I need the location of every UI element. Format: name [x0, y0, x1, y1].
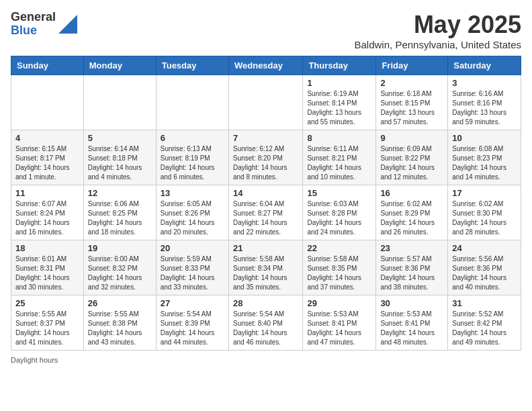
day-info: Sunrise: 5:58 AM Sunset: 8:35 PM Dayligh…: [307, 255, 371, 292]
day-info: Sunrise: 5:54 AM Sunset: 8:39 PM Dayligh…: [161, 310, 224, 347]
column-header-friday: Friday: [376, 56, 448, 75]
calendar-cell: 22Sunrise: 5:58 AM Sunset: 8:35 PM Dayli…: [303, 240, 376, 295]
day-info: Sunrise: 6:08 AM Sunset: 8:23 PM Dayligh…: [452, 144, 517, 182]
day-number: 14: [233, 188, 298, 198]
day-number: 1: [307, 78, 371, 88]
day-info: Sunrise: 6:13 AM Sunset: 8:19 PM Dayligh…: [161, 144, 224, 182]
day-info: Sunrise: 6:09 AM Sunset: 8:22 PM Dayligh…: [380, 144, 443, 182]
day-number: 17: [452, 188, 517, 198]
calendar-cell: [11, 75, 84, 130]
day-info: Sunrise: 6:02 AM Sunset: 8:29 PM Dayligh…: [380, 199, 443, 237]
day-number: 13: [161, 188, 224, 198]
calendar-header-row: SundayMondayTuesdayWednesdayThursdayFrid…: [11, 56, 521, 75]
day-number: 10: [452, 133, 517, 143]
day-number: 15: [307, 188, 371, 198]
calendar-cell: 3Sunrise: 6:16 AM Sunset: 8:16 PM Daylig…: [448, 75, 521, 130]
calendar-cell: 5Sunrise: 6:14 AM Sunset: 8:18 PM Daylig…: [83, 130, 156, 185]
calendar-cell: [156, 75, 228, 130]
day-number: 26: [88, 298, 152, 308]
day-info: Sunrise: 5:55 AM Sunset: 8:37 PM Dayligh…: [15, 310, 79, 347]
location-text: Baldwin, Pennsylvania, United States: [355, 39, 521, 50]
day-info: Sunrise: 6:18 AM Sunset: 8:15 PM Dayligh…: [380, 89, 443, 127]
calendar-cell: 13Sunrise: 6:05 AM Sunset: 8:26 PM Dayli…: [156, 185, 228, 240]
day-number: 2: [380, 78, 443, 88]
calendar-cell: 12Sunrise: 6:06 AM Sunset: 8:25 PM Dayli…: [83, 185, 156, 240]
calendar-cell: [83, 75, 156, 130]
day-number: 24: [452, 243, 517, 253]
calendar-cell: [228, 75, 302, 130]
column-header-saturday: Saturday: [448, 56, 521, 75]
day-number: 21: [233, 243, 298, 253]
day-number: 11: [15, 188, 79, 198]
day-info: Sunrise: 6:03 AM Sunset: 8:28 PM Dayligh…: [307, 199, 371, 237]
calendar-cell: 2Sunrise: 6:18 AM Sunset: 8:15 PM Daylig…: [376, 75, 448, 130]
day-info: Sunrise: 5:52 AM Sunset: 8:42 PM Dayligh…: [452, 310, 517, 347]
day-info: Sunrise: 5:59 AM Sunset: 8:33 PM Dayligh…: [161, 255, 224, 292]
calendar-cell: 18Sunrise: 6:01 AM Sunset: 8:31 PM Dayli…: [11, 240, 84, 295]
month-year-title: May 2025: [355, 11, 521, 39]
day-number: 6: [161, 133, 224, 143]
calendar-cell: 23Sunrise: 5:57 AM Sunset: 8:36 PM Dayli…: [376, 240, 448, 295]
logo-blue: Blue: [11, 24, 56, 38]
day-info: Sunrise: 5:58 AM Sunset: 8:34 PM Dayligh…: [233, 255, 298, 292]
calendar-cell: 8Sunrise: 6:11 AM Sunset: 8:21 PM Daylig…: [303, 130, 376, 185]
calendar-cell: 31Sunrise: 5:52 AM Sunset: 8:42 PM Dayli…: [448, 295, 521, 351]
title-area: May 2025 Baldwin, Pennsylvania, United S…: [355, 11, 521, 50]
column-header-thursday: Thursday: [303, 56, 376, 75]
column-header-sunday: Sunday: [11, 56, 84, 75]
calendar-week-1: 1Sunrise: 6:19 AM Sunset: 8:14 PM Daylig…: [11, 75, 521, 130]
calendar-cell: 20Sunrise: 5:59 AM Sunset: 8:33 PM Dayli…: [156, 240, 228, 295]
calendar-cell: 24Sunrise: 5:56 AM Sunset: 8:36 PM Dayli…: [448, 240, 521, 295]
calendar-week-3: 11Sunrise: 6:07 AM Sunset: 8:24 PM Dayli…: [11, 185, 521, 240]
day-info: Sunrise: 5:56 AM Sunset: 8:36 PM Dayligh…: [452, 255, 517, 292]
calendar-cell: 6Sunrise: 6:13 AM Sunset: 8:19 PM Daylig…: [156, 130, 228, 185]
day-number: 3: [452, 78, 517, 88]
calendar-cell: 11Sunrise: 6:07 AM Sunset: 8:24 PM Dayli…: [11, 185, 84, 240]
calendar-cell: 10Sunrise: 6:08 AM Sunset: 8:23 PM Dayli…: [448, 130, 521, 185]
day-info: Sunrise: 6:07 AM Sunset: 8:24 PM Dayligh…: [15, 199, 79, 237]
day-number: 29: [307, 298, 371, 308]
logo-general: General: [11, 11, 56, 24]
day-number: 16: [380, 188, 443, 198]
calendar-cell: 30Sunrise: 5:53 AM Sunset: 8:41 PM Dayli…: [376, 295, 448, 351]
day-info: Sunrise: 5:54 AM Sunset: 8:40 PM Dayligh…: [233, 310, 298, 347]
day-info: Sunrise: 6:06 AM Sunset: 8:25 PM Dayligh…: [88, 199, 152, 237]
day-number: 19: [88, 243, 152, 253]
day-info: Sunrise: 5:53 AM Sunset: 8:41 PM Dayligh…: [307, 310, 371, 347]
column-header-wednesday: Wednesday: [228, 56, 302, 75]
day-info: Sunrise: 6:15 AM Sunset: 8:17 PM Dayligh…: [15, 144, 79, 182]
svg-marker-0: [58, 15, 77, 34]
day-info: Sunrise: 6:04 AM Sunset: 8:27 PM Dayligh…: [233, 199, 298, 237]
calendar-cell: 9Sunrise: 6:09 AM Sunset: 8:22 PM Daylig…: [376, 130, 448, 185]
calendar-cell: 16Sunrise: 6:02 AM Sunset: 8:29 PM Dayli…: [376, 185, 448, 240]
calendar-cell: 1Sunrise: 6:19 AM Sunset: 8:14 PM Daylig…: [303, 75, 376, 130]
calendar-week-2: 4Sunrise: 6:15 AM Sunset: 8:17 PM Daylig…: [11, 130, 521, 185]
footer: Daylight hours: [11, 356, 521, 364]
calendar-cell: 29Sunrise: 5:53 AM Sunset: 8:41 PM Dayli…: [303, 295, 376, 351]
page-header: General Blue May 2025 Baldwin, Pennsylva…: [11, 11, 521, 50]
day-info: Sunrise: 6:14 AM Sunset: 8:18 PM Dayligh…: [88, 144, 152, 182]
day-number: 7: [233, 133, 298, 143]
day-info: Sunrise: 6:19 AM Sunset: 8:14 PM Dayligh…: [307, 89, 371, 127]
calendar-cell: 25Sunrise: 5:55 AM Sunset: 8:37 PM Dayli…: [11, 295, 84, 351]
day-number: 8: [307, 133, 371, 143]
day-info: Sunrise: 6:00 AM Sunset: 8:32 PM Dayligh…: [88, 255, 152, 292]
day-number: 12: [88, 188, 152, 198]
day-info: Sunrise: 6:16 AM Sunset: 8:16 PM Dayligh…: [452, 89, 517, 127]
day-number: 4: [15, 133, 79, 143]
logo-text: General Blue: [11, 11, 56, 38]
day-number: 28: [233, 298, 298, 308]
calendar-cell: 19Sunrise: 6:00 AM Sunset: 8:32 PM Dayli…: [83, 240, 156, 295]
column-header-monday: Monday: [83, 56, 156, 75]
day-info: Sunrise: 5:57 AM Sunset: 8:36 PM Dayligh…: [380, 255, 443, 292]
day-number: 23: [380, 243, 443, 253]
day-number: 27: [161, 298, 224, 308]
day-info: Sunrise: 5:55 AM Sunset: 8:38 PM Dayligh…: [88, 310, 152, 347]
day-number: 30: [380, 298, 443, 308]
daylight-label: Daylight hours: [11, 356, 58, 364]
day-number: 31: [452, 298, 517, 308]
day-number: 9: [380, 133, 443, 143]
day-number: 20: [161, 243, 224, 253]
calendar-cell: 26Sunrise: 5:55 AM Sunset: 8:38 PM Dayli…: [83, 295, 156, 351]
day-number: 18: [15, 243, 79, 253]
